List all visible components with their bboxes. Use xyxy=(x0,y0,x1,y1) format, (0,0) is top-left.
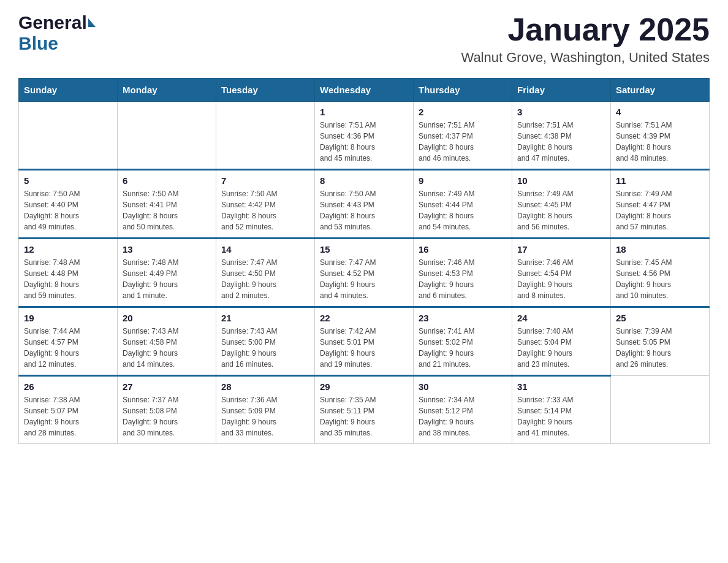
day-number: 7 xyxy=(221,175,309,186)
day-info: Sunrise: 7:50 AM Sunset: 4:41 PM Dayligh… xyxy=(123,188,211,232)
calendar-cell: 21Sunrise: 7:43 AM Sunset: 5:00 PM Dayli… xyxy=(216,307,315,376)
day-number: 24 xyxy=(517,313,605,323)
calendar-day-header: Monday xyxy=(118,79,216,102)
day-info: Sunrise: 7:36 AM Sunset: 5:09 PM Dayligh… xyxy=(221,394,309,439)
day-info: Sunrise: 7:41 AM Sunset: 5:02 PM Dayligh… xyxy=(419,326,507,370)
day-info: Sunrise: 7:33 AM Sunset: 5:14 PM Dayligh… xyxy=(517,394,605,439)
calendar-cell: 10Sunrise: 7:49 AM Sunset: 4:45 PM Dayli… xyxy=(512,170,611,239)
calendar-cell: 6Sunrise: 7:50 AM Sunset: 4:41 PM Daylig… xyxy=(118,170,216,239)
day-info: Sunrise: 7:35 AM Sunset: 5:11 PM Dayligh… xyxy=(320,394,408,439)
day-info: Sunrise: 7:49 AM Sunset: 4:44 PM Dayligh… xyxy=(419,188,507,232)
day-info: Sunrise: 7:37 AM Sunset: 5:08 PM Dayligh… xyxy=(123,394,211,439)
day-number: 14 xyxy=(221,244,309,255)
day-number: 26 xyxy=(24,381,112,392)
calendar-cell: 16Sunrise: 7:46 AM Sunset: 4:53 PM Dayli… xyxy=(414,239,512,307)
calendar-cell: 4Sunrise: 7:51 AM Sunset: 4:39 PM Daylig… xyxy=(611,102,710,170)
calendar-cell: 14Sunrise: 7:47 AM Sunset: 4:50 PM Dayli… xyxy=(216,239,315,307)
calendar-cell xyxy=(19,102,118,170)
calendar-table: SundayMondayTuesdayWednesdayThursdayFrid… xyxy=(18,78,710,444)
day-info: Sunrise: 7:38 AM Sunset: 5:07 PM Dayligh… xyxy=(24,394,112,439)
calendar-cell: 26Sunrise: 7:38 AM Sunset: 5:07 PM Dayli… xyxy=(19,376,118,444)
day-number: 30 xyxy=(419,381,507,392)
calendar-cell: 7Sunrise: 7:50 AM Sunset: 4:42 PM Daylig… xyxy=(216,170,315,239)
calendar-cell: 31Sunrise: 7:33 AM Sunset: 5:14 PM Dayli… xyxy=(512,376,611,444)
day-number: 10 xyxy=(517,175,605,186)
day-number: 17 xyxy=(517,244,605,255)
calendar-cell xyxy=(118,102,216,170)
calendar-week-row: 26Sunrise: 7:38 AM Sunset: 5:07 PM Dayli… xyxy=(19,376,710,444)
day-number: 8 xyxy=(320,175,408,186)
day-info: Sunrise: 7:49 AM Sunset: 4:47 PM Dayligh… xyxy=(616,188,704,232)
calendar-cell: 5Sunrise: 7:50 AM Sunset: 4:40 PM Daylig… xyxy=(19,170,118,239)
calendar-cell: 24Sunrise: 7:40 AM Sunset: 5:04 PM Dayli… xyxy=(512,307,611,376)
calendar-cell: 20Sunrise: 7:43 AM Sunset: 4:58 PM Dayli… xyxy=(118,307,216,376)
calendar-cell: 29Sunrise: 7:35 AM Sunset: 5:11 PM Dayli… xyxy=(315,376,414,444)
day-number: 3 xyxy=(517,107,605,117)
calendar-cell: 2Sunrise: 7:51 AM Sunset: 4:37 PM Daylig… xyxy=(414,102,512,170)
title-area: January 2025 Walnut Grove, Washington, U… xyxy=(461,12,710,66)
day-info: Sunrise: 7:45 AM Sunset: 4:56 PM Dayligh… xyxy=(616,257,704,301)
day-number: 12 xyxy=(24,244,112,255)
day-number: 5 xyxy=(24,175,112,186)
day-number: 2 xyxy=(419,107,507,117)
day-number: 6 xyxy=(123,175,211,186)
day-info: Sunrise: 7:39 AM Sunset: 5:05 PM Dayligh… xyxy=(616,326,704,370)
day-number: 15 xyxy=(320,244,408,255)
day-info: Sunrise: 7:46 AM Sunset: 4:53 PM Dayligh… xyxy=(419,257,507,301)
page-subtitle: Walnut Grove, Washington, United States xyxy=(461,50,710,66)
day-number: 31 xyxy=(517,381,605,392)
day-info: Sunrise: 7:44 AM Sunset: 4:57 PM Dayligh… xyxy=(24,326,112,370)
calendar-week-row: 12Sunrise: 7:48 AM Sunset: 4:48 PM Dayli… xyxy=(19,239,710,307)
day-number: 22 xyxy=(320,313,408,323)
day-number: 29 xyxy=(320,381,408,392)
day-info: Sunrise: 7:50 AM Sunset: 4:43 PM Dayligh… xyxy=(320,188,408,232)
calendar-day-header: Saturday xyxy=(611,79,710,102)
calendar-cell: 19Sunrise: 7:44 AM Sunset: 4:57 PM Dayli… xyxy=(19,307,118,376)
day-number: 20 xyxy=(123,313,211,323)
day-number: 23 xyxy=(419,313,507,323)
day-number: 4 xyxy=(616,107,704,117)
calendar-cell: 17Sunrise: 7:46 AM Sunset: 4:54 PM Dayli… xyxy=(512,239,611,307)
day-info: Sunrise: 7:47 AM Sunset: 4:52 PM Dayligh… xyxy=(320,257,408,301)
calendar-cell: 27Sunrise: 7:37 AM Sunset: 5:08 PM Dayli… xyxy=(118,376,216,444)
day-info: Sunrise: 7:51 AM Sunset: 4:36 PM Dayligh… xyxy=(320,120,408,164)
day-info: Sunrise: 7:50 AM Sunset: 4:42 PM Dayligh… xyxy=(221,188,309,232)
calendar-week-row: 5Sunrise: 7:50 AM Sunset: 4:40 PM Daylig… xyxy=(19,170,710,239)
day-number: 18 xyxy=(616,244,704,255)
day-number: 25 xyxy=(616,313,704,323)
logo-blue-text: Blue xyxy=(18,33,58,53)
calendar-day-header: Thursday xyxy=(414,79,512,102)
logo-general-text: General xyxy=(18,12,87,33)
calendar-cell: 30Sunrise: 7:34 AM Sunset: 5:12 PM Dayli… xyxy=(414,376,512,444)
day-number: 27 xyxy=(123,381,211,392)
calendar-day-header: Wednesday xyxy=(315,79,414,102)
calendar-cell: 8Sunrise: 7:50 AM Sunset: 4:43 PM Daylig… xyxy=(315,170,414,239)
day-number: 13 xyxy=(123,244,211,255)
calendar-day-header: Sunday xyxy=(19,79,118,102)
calendar-week-row: 1Sunrise: 7:51 AM Sunset: 4:36 PM Daylig… xyxy=(19,102,710,170)
day-info: Sunrise: 7:47 AM Sunset: 4:50 PM Dayligh… xyxy=(221,257,309,301)
page-header: General Blue January 2025 Walnut Grove, … xyxy=(18,12,710,66)
page-title: January 2025 xyxy=(461,12,710,47)
calendar-cell: 1Sunrise: 7:51 AM Sunset: 4:36 PM Daylig… xyxy=(315,102,414,170)
calendar-cell: 23Sunrise: 7:41 AM Sunset: 5:02 PM Dayli… xyxy=(414,307,512,376)
day-info: Sunrise: 7:51 AM Sunset: 4:39 PM Dayligh… xyxy=(616,120,704,164)
day-number: 9 xyxy=(419,175,507,186)
calendar-week-row: 19Sunrise: 7:44 AM Sunset: 4:57 PM Dayli… xyxy=(19,307,710,376)
day-info: Sunrise: 7:43 AM Sunset: 4:58 PM Dayligh… xyxy=(123,326,211,370)
day-info: Sunrise: 7:48 AM Sunset: 4:49 PM Dayligh… xyxy=(123,257,211,301)
day-info: Sunrise: 7:43 AM Sunset: 5:00 PM Dayligh… xyxy=(221,326,309,370)
calendar-cell: 25Sunrise: 7:39 AM Sunset: 5:05 PM Dayli… xyxy=(611,307,710,376)
calendar-day-header: Friday xyxy=(512,79,611,102)
calendar-cell: 11Sunrise: 7:49 AM Sunset: 4:47 PM Dayli… xyxy=(611,170,710,239)
calendar-cell: 22Sunrise: 7:42 AM Sunset: 5:01 PM Dayli… xyxy=(315,307,414,376)
calendar-cell xyxy=(216,102,315,170)
day-info: Sunrise: 7:50 AM Sunset: 4:40 PM Dayligh… xyxy=(24,188,112,232)
day-number: 28 xyxy=(221,381,309,392)
day-number: 21 xyxy=(221,313,309,323)
calendar-cell: 12Sunrise: 7:48 AM Sunset: 4:48 PM Dayli… xyxy=(19,239,118,307)
day-info: Sunrise: 7:46 AM Sunset: 4:54 PM Dayligh… xyxy=(517,257,605,301)
day-info: Sunrise: 7:49 AM Sunset: 4:45 PM Dayligh… xyxy=(517,188,605,232)
calendar-cell: 18Sunrise: 7:45 AM Sunset: 4:56 PM Dayli… xyxy=(611,239,710,307)
day-number: 1 xyxy=(320,107,408,117)
